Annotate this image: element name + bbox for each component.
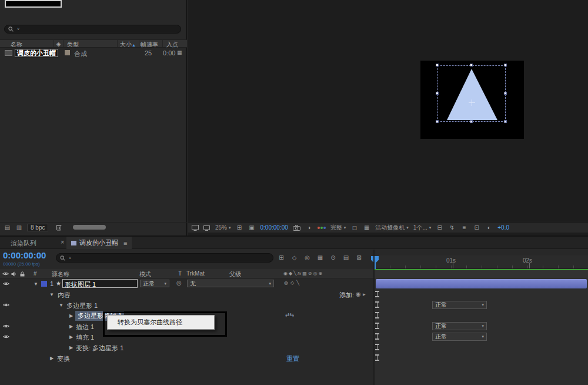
selection-handle[interactable] — [436, 92, 439, 95]
eye-icon[interactable] — [3, 324, 9, 328]
eye-icon[interactable] — [3, 281, 9, 286]
magnification-select[interactable]: 25%▾ — [215, 224, 231, 231]
polystar-group-label[interactable]: 多边星形 1 — [66, 301, 98, 310]
mask-visibility-icon[interactable]: ▣ — [248, 224, 256, 231]
tab-render-queue[interactable]: 渲染队列 — [11, 239, 36, 248]
bpc-button[interactable]: 8 bpc — [27, 224, 48, 231]
track-area[interactable] — [375, 278, 588, 385]
column-mode[interactable]: 模式 — [139, 270, 151, 278]
comp-view[interactable] — [420, 61, 524, 139]
tab-close-icon[interactable]: × — [61, 238, 64, 245]
always-preview-icon[interactable] — [192, 225, 199, 231]
auto-keyframe-icon[interactable]: ⊠ — [355, 254, 363, 261]
selection-handle[interactable] — [470, 120, 473, 123]
timeline-button-icon[interactable]: ≡ — [460, 224, 468, 231]
layer-expander-icon[interactable]: ▼ — [32, 281, 39, 287]
column-layer-number[interactable]: # — [34, 270, 37, 277]
contents-row[interactable]: ▼ 内容 添加: ◉ ▶ — [0, 289, 374, 300]
fill-label[interactable]: 填充 1 — [76, 333, 94, 342]
hide-shy-icon[interactable]: ◎ — [303, 254, 311, 261]
group-transform-row[interactable]: ▶ 变换: 多边星形 1 — [0, 342, 374, 353]
item-label-swatch[interactable] — [65, 50, 70, 55]
interpret-footage-icon[interactable]: ▤ — [4, 224, 11, 231]
project-search[interactable]: ˅ — [4, 25, 181, 34]
eye-icon[interactable] — [3, 303, 9, 307]
project-item-row[interactable]: 调皮的小丑帽 合成 25 0:00 ▦ — [0, 48, 187, 58]
selection-bounds[interactable] — [437, 65, 506, 122]
pixel-aspect-icon[interactable]: ⊟ — [436, 224, 443, 231]
column-inpoint[interactable]: 入点 — [163, 40, 187, 47]
layer-duration-bar[interactable] — [376, 279, 587, 288]
stroke-label[interactable]: 描边 1 — [76, 323, 94, 331]
fast-preview-icon[interactable]: ↯ — [448, 224, 456, 231]
tab-comp[interactable]: 调皮的小丑帽 ≡ — [66, 237, 132, 249]
transparency-grid-icon[interactable]: ▦ — [363, 224, 370, 231]
layer-color-swatch[interactable] — [41, 281, 47, 287]
selection-handle[interactable] — [504, 64, 507, 67]
column-parent[interactable]: 父级 — [229, 270, 241, 278]
group-transform-label[interactable]: 变换: 多边星形 1 — [76, 344, 123, 353]
grid-guides-icon[interactable]: ⊞ — [236, 224, 243, 231]
selection-handle[interactable] — [436, 120, 439, 123]
add-label[interactable]: 添加: — [339, 291, 354, 300]
label-column-icon[interactable]: ◈ — [54, 40, 64, 47]
main-view-icon[interactable] — [203, 225, 211, 231]
quality-switch-icon[interactable]: ╲ — [296, 280, 299, 286]
layer-parent-select[interactable]: 无▾ — [187, 280, 274, 287]
trash-icon[interactable] — [56, 224, 62, 231]
eye-icon[interactable] — [3, 334, 9, 339]
selection-handle[interactable] — [436, 64, 439, 67]
collapse-switch-icon[interactable]: ◇ — [290, 280, 294, 286]
reset-link[interactable]: 重置 — [286, 354, 299, 363]
hscroll-thumb[interactable] — [73, 225, 106, 230]
timeline-search-input[interactable] — [73, 254, 269, 261]
timeline-search[interactable]: ˅ — [56, 253, 273, 263]
column-t[interactable]: T — [178, 270, 182, 277]
create-folder-icon[interactable]: ▥ — [15, 224, 23, 231]
fill-mode-select[interactable]: 正常▾ — [432, 333, 487, 341]
column-trkmat[interactable]: TrkMat — [186, 270, 205, 277]
current-time-display[interactable]: 0:00:00:00 — [3, 250, 46, 260]
search-caret-icon[interactable]: ˅ — [17, 27, 19, 31]
show-snapshot-icon[interactable]: ◑ — [305, 224, 313, 231]
viewer-time[interactable]: 0:00:00:00 — [260, 224, 288, 231]
layer-row[interactable]: ▼ 1 ★ 形状图层 1 正常▾ ◎ 无▾ ◍ ◇ ╲ — [0, 278, 374, 289]
transform-row[interactable]: ▶ 变换 重置 — [0, 353, 374, 363]
anchor-point-icon[interactable] — [469, 99, 475, 106]
project-search-input[interactable] — [21, 26, 177, 33]
exposure-icon[interactable]: ◐ — [485, 224, 493, 231]
draft-3d-icon[interactable]: ◇ — [290, 254, 298, 261]
tab-menu-icon[interactable]: ≡ — [123, 240, 127, 247]
exposure-value[interactable]: +0.0 — [497, 224, 509, 231]
group-transform-expander-icon[interactable]: ▶ — [68, 345, 75, 350]
column-size[interactable]: 大小▲ — [118, 40, 139, 47]
selection-handle[interactable] — [470, 64, 473, 67]
motion-blur-icon[interactable]: ⊙ — [329, 254, 337, 261]
fill-expander-icon[interactable]: ▶ — [68, 334, 75, 340]
polystar-group-row[interactable]: ▼ 多边星形 1 — [0, 300, 374, 310]
add-arrow-icon[interactable]: ▶ — [363, 292, 366, 296]
layer-name-edit[interactable]: 形状图层 1 — [62, 279, 138, 288]
region-of-interest-icon[interactable]: ◻ — [350, 224, 358, 231]
resolution-select[interactable]: 完整▾ — [330, 224, 346, 232]
layer-mode-select[interactable]: 正常▾ — [140, 280, 169, 287]
camera-select[interactable]: 活动摄像机▾ — [375, 224, 409, 232]
path-expander-icon[interactable]: ▶ — [68, 313, 75, 318]
item-name[interactable]: 调皮的小丑帽 — [15, 49, 58, 57]
comp-mini-flowchart-icon[interactable]: ⊞ — [278, 254, 285, 261]
graph-editor-icon[interactable]: ▤ — [342, 254, 350, 261]
time-ruler[interactable]: 01s 02s — [375, 255, 588, 269]
layer-switches[interactable]: ◍ ◇ ╲ — [284, 280, 299, 286]
add-button-icon[interactable]: ◉ — [356, 291, 361, 297]
stroke-mode-select[interactable]: 正常▾ — [432, 322, 487, 330]
column-framerate[interactable]: 帧速率 — [139, 40, 163, 47]
frame-blend-icon[interactable]: ▦ — [316, 254, 324, 261]
polystar-mode-select[interactable]: 正常▾ — [432, 301, 487, 309]
view-layout-select[interactable]: 1个...▾ — [413, 224, 431, 232]
selection-handle[interactable] — [504, 120, 507, 123]
contents-label[interactable]: 内容 — [58, 291, 71, 300]
parent-pickwhip-icon[interactable]: ◎ — [176, 280, 182, 286]
shy-switch-icon[interactable]: ◍ — [284, 280, 288, 286]
transform-expander-icon[interactable]: ▶ — [48, 356, 55, 361]
snapshot-icon[interactable] — [293, 225, 300, 231]
